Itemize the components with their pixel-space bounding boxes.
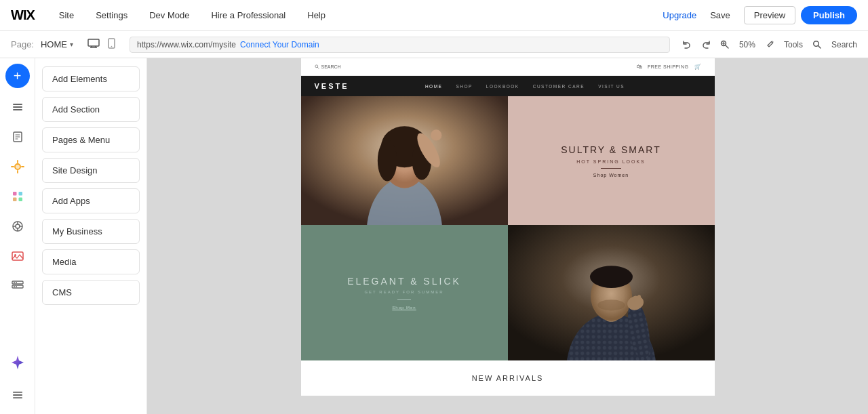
svg-line-46 [317, 67, 319, 68]
save-button[interactable]: Save [702, 6, 738, 24]
svg-rect-44 [13, 397, 22, 398]
search-button[interactable] [812, 40, 822, 49]
redo-button[interactable] [701, 40, 711, 49]
zoom-button[interactable] [720, 40, 730, 49]
nav-devmode[interactable]: Dev Mode [145, 7, 193, 23]
zoom-icon [720, 40, 730, 49]
hero-main-title: SULTRY & SMART [561, 144, 661, 155]
site-nav-visitus: VISIT US [598, 84, 625, 89]
svg-point-62 [589, 266, 632, 288]
preview-button[interactable]: Preview [744, 6, 795, 24]
site-nav-lookbook: LOOKBOOK [486, 84, 519, 89]
svg-rect-13 [13, 106, 22, 108]
add-section-button[interactable]: Add Section [42, 97, 140, 122]
upgrade-button[interactable]: Upgrade [663, 10, 696, 20]
tools-panel-icon [11, 220, 24, 233]
cms-button[interactable]: CMS [42, 280, 140, 305]
nav-help[interactable]: Help [303, 7, 330, 23]
sidebar-icon-ai[interactable] [4, 349, 31, 376]
site-topbar: SEARCH 🛍 FREE SHIPPING 🛒 [301, 58, 715, 76]
add-elements-button[interactable]: Add Elements [42, 66, 140, 91]
site-cart-icon: 🛒 [694, 64, 701, 70]
undo-button[interactable] [682, 40, 692, 49]
canvas-area: SEARCH 🛍 FREE SHIPPING 🛒 VESTE HOME SHOP… [147, 58, 868, 414]
sidebar-icon-apps[interactable] [4, 183, 31, 210]
media-button[interactable]: Media [42, 249, 140, 274]
desktop-view-button[interactable] [85, 36, 102, 53]
page-label: Page: [11, 39, 34, 49]
site-navigation: VESTE HOME SHOP LOOKBOOK CUSTOMER CARE V… [301, 76, 715, 96]
hero-shop-women-link[interactable]: Shop Women [593, 173, 629, 178]
sidebar-icon-media[interactable] [4, 243, 31, 270]
my-business-button[interactable]: My Business [42, 219, 140, 244]
svg-rect-12 [13, 104, 22, 105]
site-nav-home: HOME [425, 84, 443, 89]
svg-point-5 [111, 46, 113, 47]
hero-divider [601, 168, 621, 169]
sidebar-icon-tools[interactable] [4, 213, 31, 240]
media-icon [11, 249, 24, 263]
nav-site[interactable]: Site [55, 7, 78, 23]
sidebar-icon-cms[interactable] [4, 272, 31, 299]
svg-point-29 [16, 224, 20, 228]
connect-domain-link[interactable]: Connect Your Domain [240, 40, 319, 49]
site-design-button[interactable]: Site Design [42, 158, 140, 183]
hero-sultry-text: SULTRY & SMART HOT SPRING LOOKS Shop Wom… [508, 96, 715, 225]
device-icons [85, 36, 117, 53]
page-selector[interactable]: HOME ▾ [41, 39, 73, 49]
sidebar-icon-pages[interactable] [4, 123, 31, 150]
address-bar: Page: HOME ▾ https://www.wix.com/mysite … [0, 31, 868, 58]
sidebar-icon-settings[interactable] [4, 381, 31, 409]
new-arrivals-text: NEW ARRIVALS [472, 374, 544, 382]
undo-icon [682, 40, 692, 49]
hero-man-image [508, 225, 715, 360]
search-label: Search [831, 40, 857, 49]
sidebar-icon-panel: + [0, 58, 35, 414]
hero-shop-men-link[interactable]: Shop Men [392, 306, 416, 310]
nav-settings[interactable]: Settings [92, 7, 132, 23]
nav-hire[interactable]: Hire a Professional [207, 7, 290, 23]
pages-menu-button[interactable]: Pages & Menu [42, 127, 140, 152]
svg-rect-34 [12, 252, 23, 260]
add-apps-button[interactable]: Add Apps [42, 188, 140, 213]
elegant-title: ELEGANT & SLICK [347, 276, 461, 287]
page-name: HOME [41, 39, 67, 49]
svg-point-52 [377, 140, 396, 182]
search-icon [812, 40, 822, 49]
main-layout: + [0, 58, 868, 414]
publish-button[interactable]: Publish [801, 6, 857, 24]
svg-line-11 [818, 45, 821, 48]
desktop-icon [87, 39, 100, 48]
apps-icon [11, 190, 24, 203]
ai-icon [9, 354, 26, 371]
sidebar-icon-layers[interactable] [4, 94, 31, 121]
tools-button[interactable] [765, 40, 774, 49]
svg-rect-25 [18, 192, 22, 196]
chevron-down-icon: ▾ [70, 41, 73, 48]
add-element-icon-button[interactable]: + [5, 64, 30, 88]
hero-grid: SULTRY & SMART HOT SPRING LOOKS Shop Wom… [301, 96, 715, 360]
mobile-view-button[interactable] [106, 36, 117, 53]
site-icons: 🛍 FREE SHIPPING 🛒 [637, 64, 701, 70]
elegant-divider [397, 299, 411, 300]
settings-icon [11, 388, 24, 402]
url-bar[interactable]: https://www.wix.com/mysite Connect Your … [130, 37, 670, 53]
wix-logo: WIX [11, 7, 35, 23]
site-nav-shop: SHOP [456, 84, 472, 89]
tools-label: Tools [784, 40, 803, 49]
top-bar: WIX Site Settings Dev Mode Hire a Profes… [0, 0, 868, 31]
svg-rect-43 [13, 394, 22, 396]
elegant-subtitle: GET READY FOR SUMMER [364, 290, 443, 294]
site-nav-links: HOME SHOP LOOKBOOK CUSTOMER CARE VISIT U… [349, 84, 701, 89]
sidebar-icon-theme[interactable] [4, 153, 31, 180]
svg-rect-0 [88, 39, 99, 46]
site-brand: VESTE [315, 82, 349, 90]
svg-rect-24 [13, 192, 17, 196]
hero-woman-image [301, 96, 508, 225]
svg-rect-42 [13, 392, 22, 393]
canvas-outer: SEARCH 🛍 FREE SHIPPING 🛒 VESTE HOME SHOP… [147, 58, 868, 414]
svg-rect-26 [13, 198, 17, 202]
redo-icon [701, 40, 711, 49]
site-search-icon [315, 64, 319, 69]
woman-illustration [301, 96, 508, 225]
